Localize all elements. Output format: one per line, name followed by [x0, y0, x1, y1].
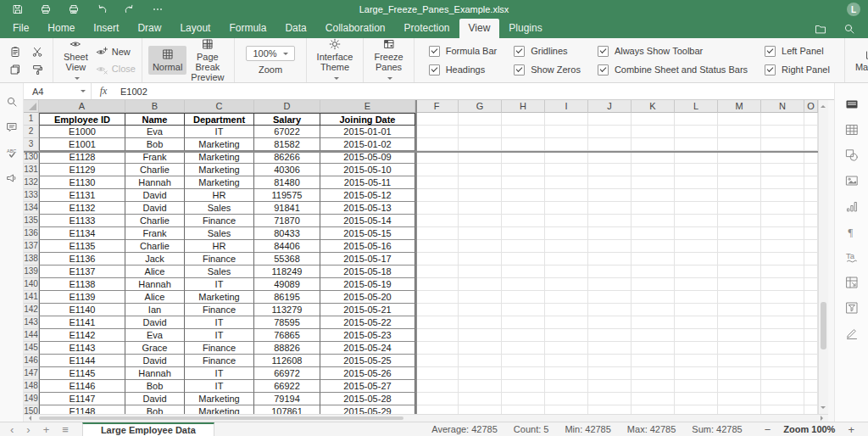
cell-G144[interactable]	[459, 329, 502, 342]
cell-B136[interactable]: Frank	[125, 227, 185, 240]
cell-H141[interactable]	[502, 291, 545, 304]
comment-icon[interactable]	[6, 121, 18, 133]
cell-O134[interactable]	[804, 202, 818, 215]
table-settings-icon[interactable]	[845, 123, 859, 137]
cell-H133[interactable]	[502, 189, 545, 202]
cell-D146[interactable]: 112608	[254, 355, 320, 367]
cell-K3[interactable]	[632, 138, 675, 151]
cell-J1[interactable]	[588, 113, 632, 126]
cell-N134[interactable]	[761, 202, 804, 215]
cell-G136[interactable]	[459, 227, 502, 240]
cell-L2[interactable]	[675, 126, 718, 138]
col-header-O[interactable]: O	[804, 100, 818, 113]
cell-E134[interactable]: 2015-05-13	[320, 202, 415, 215]
cell-D143[interactable]: 78595	[254, 316, 320, 329]
cell-C139[interactable]: Sales	[185, 266, 254, 278]
cell-M138[interactable]	[718, 253, 761, 266]
cell-E135[interactable]: 2015-05-14	[320, 215, 415, 227]
cell-H132[interactable]	[502, 176, 545, 189]
cell-A141[interactable]: E1139	[39, 291, 125, 304]
image-settings-icon[interactable]	[845, 174, 859, 187]
cell-M136[interactable]	[718, 227, 761, 240]
cell-E3[interactable]: 2015-01-02	[320, 138, 415, 151]
cell-A133[interactable]: E1131	[39, 189, 125, 202]
cell-J134[interactable]	[588, 202, 632, 215]
cell-C138[interactable]: Finance	[185, 253, 254, 266]
cell-H139[interactable]	[502, 266, 545, 278]
cell-D135[interactable]: 71870	[254, 215, 320, 227]
cell-K132[interactable]	[632, 176, 675, 189]
cell-C143[interactable]: IT	[185, 316, 254, 329]
cell-O150[interactable]	[804, 405, 818, 414]
cell-name-box[interactable]: A4	[24, 83, 92, 99]
cell-N145[interactable]	[761, 342, 804, 355]
zoom-level[interactable]: Zoom 100%	[783, 424, 835, 434]
col-header-I[interactable]: I	[545, 100, 588, 113]
cell-M142[interactable]	[718, 304, 761, 316]
cell-B133[interactable]: David	[125, 189, 185, 202]
chart-settings-icon[interactable]	[845, 199, 859, 213]
page-break-preview-button[interactable]: Page Break Preview	[186, 36, 228, 86]
cell-F148[interactable]	[415, 380, 459, 393]
cell-D147[interactable]: 66972	[254, 367, 320, 380]
slicer-settings-icon[interactable]	[845, 301, 859, 315]
cell-I141[interactable]	[545, 291, 588, 304]
cell-B138[interactable]: Jack	[125, 253, 185, 266]
row-header-3[interactable]: 3	[24, 138, 39, 151]
cell-N141[interactable]	[761, 291, 804, 304]
cell-K140[interactable]	[632, 278, 675, 291]
cell-C150[interactable]: Marketing	[185, 405, 254, 414]
row-header-141[interactable]: 141	[24, 291, 39, 304]
cell-H144[interactable]	[502, 329, 545, 342]
cell-H146[interactable]	[502, 355, 545, 367]
cell-K144[interactable]	[632, 329, 675, 342]
cell-K147[interactable]	[632, 367, 675, 380]
cell-G130[interactable]	[459, 151, 502, 164]
cell-J132[interactable]	[588, 176, 632, 189]
cell-F146[interactable]	[415, 355, 459, 367]
cell-O1[interactable]	[804, 113, 818, 126]
open-location-icon[interactable]	[814, 22, 827, 36]
menu-tab-formula[interactable]: Formula	[220, 19, 275, 38]
sheet-list-icon[interactable]: ≡	[62, 423, 69, 436]
cell-H134[interactable]	[502, 202, 545, 215]
cell-H131[interactable]	[502, 164, 545, 176]
cell-K146[interactable]	[632, 355, 675, 367]
horizontal-scroll-thumb[interactable]	[39, 416, 403, 420]
cell-J137[interactable]	[588, 240, 632, 253]
cell-J147[interactable]	[588, 367, 632, 380]
cell-C135[interactable]: Finance	[185, 215, 254, 227]
cell-M139[interactable]	[718, 266, 761, 278]
cell-C141[interactable]: Marketing	[185, 291, 254, 304]
cell-K143[interactable]	[632, 316, 675, 329]
cell-J2[interactable]	[588, 126, 632, 138]
col-header-K[interactable]: K	[632, 100, 675, 113]
cell-G142[interactable]	[459, 304, 502, 316]
cell-G150[interactable]	[459, 405, 502, 414]
cell-M132[interactable]	[718, 176, 761, 189]
vertical-scroll-thumb[interactable]	[821, 302, 826, 349]
cell-F133[interactable]	[415, 189, 459, 202]
cell-M131[interactable]	[718, 164, 761, 176]
cell-M133[interactable]	[718, 189, 761, 202]
copy-icon[interactable]	[9, 64, 21, 75]
cell-I135[interactable]	[545, 215, 588, 227]
cell-L130[interactable]	[675, 151, 718, 164]
cell-D133[interactable]: 119575	[254, 189, 320, 202]
cell-E131[interactable]: 2015-05-10	[320, 164, 415, 176]
cell-N149[interactable]	[761, 393, 804, 405]
cell-B148[interactable]: Bob	[125, 380, 185, 393]
print-icon[interactable]	[39, 3, 53, 16]
cell-K150[interactable]	[632, 405, 675, 414]
col-header-H[interactable]: H	[502, 100, 545, 113]
cell-J149[interactable]	[588, 393, 632, 405]
cell-G140[interactable]	[459, 278, 502, 291]
cell-K131[interactable]	[632, 164, 675, 176]
cell-L141[interactable]	[675, 291, 718, 304]
col-header-D[interactable]: D	[254, 100, 320, 113]
cell-L142[interactable]	[675, 304, 718, 316]
cell-L139[interactable]	[675, 266, 718, 278]
cell-A140[interactable]: E1138	[39, 278, 125, 291]
cell-I131[interactable]	[545, 164, 588, 176]
cell-N143[interactable]	[761, 316, 804, 329]
